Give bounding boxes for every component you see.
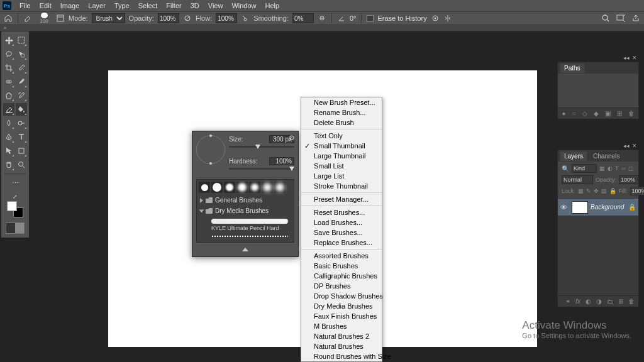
load-selection-icon[interactable]: ◇ [582,110,587,117]
size-slider[interactable] [229,146,294,151]
make-path-icon[interactable]: ◆ [594,110,599,117]
layers-tab[interactable]: Layers [560,151,587,161]
menu-item[interactable]: Natural Brushes [301,341,382,351]
menu-item[interactable]: Rename Brush... [301,107,382,118]
history-brush-tool[interactable] [16,89,27,102]
brush-panel-toggle-icon[interactable] [56,14,65,23]
blur-tool[interactable] [3,117,14,129]
brush-stroke-preview[interactable] [211,234,288,239]
quick-mask[interactable] [6,222,25,234]
smoothing-options-icon[interactable] [318,14,326,23]
edit-toolbar[interactable]: ⋯ [3,177,27,189]
opacity-input[interactable] [158,13,179,23]
menu-view[interactable]: View [204,2,228,9]
type-tool[interactable] [16,131,27,143]
filter-type-icon[interactable]: T [615,165,619,172]
menu-item[interactable]: Small List [301,161,382,171]
menu-item[interactable]: Faux Finish Brushes [301,311,382,321]
channels-tab[interactable]: Channels [593,153,619,160]
menu-item[interactable]: Large Thumbnail [301,151,382,161]
lock-all-icon[interactable]: 🔒 [609,188,616,194]
adjust-icon[interactable]: ◑ [596,298,602,305]
clone-tool[interactable] [3,89,14,102]
brush-thumb[interactable] [274,182,286,193]
filter-adjust-icon[interactable]: ◐ [608,165,613,172]
share-icon[interactable] [631,14,640,23]
opacity-pressure-icon[interactable] [183,14,192,23]
layer-fill[interactable] [630,187,644,195]
eraser-tool[interactable] [3,103,14,116]
menu-item[interactable]: Basic Brushes [301,261,382,271]
brush-thumb[interactable] [199,182,210,193]
menu-window[interactable]: Window [227,2,260,9]
link-icon[interactable]: ⚭ [565,298,570,305]
menu-item[interactable]: Drop Shadow Brushes [301,291,382,301]
stroke-path-icon[interactable]: ○ [572,110,576,117]
menu-item[interactable]: Calligraphic Brushes [301,271,382,281]
menu-item[interactable]: Dry Media Brushes [301,301,382,311]
path-select-tool[interactable] [3,145,14,157]
menu-layer[interactable]: Layer [84,2,110,9]
hand-tool[interactable] [3,158,14,171]
lock-artboard-icon[interactable]: ▤ [601,188,607,194]
fg-color[interactable] [7,201,17,211]
menu-item[interactable]: Preset Manager... [301,194,382,204]
layer-opacity[interactable] [619,175,639,184]
folder-drymedia[interactable]: Dry Media Brushes [199,206,292,216]
fill-path-icon[interactable]: ● [562,110,565,117]
menu-item[interactable]: Delete Brush [301,118,382,128]
trash-icon[interactable]: 🗑 [628,110,635,117]
home-icon[interactable] [4,14,13,23]
brush-thumb[interactable] [262,182,273,193]
brush-angle-preview[interactable] [196,135,225,164]
menu-item[interactable]: Large List [301,171,382,181]
fx-icon[interactable]: fx [575,298,580,305]
dodge-tool[interactable] [16,117,27,129]
menu-item[interactable]: Small Thumbnail✓ [301,141,382,151]
workspace-icon[interactable] [616,14,625,23]
menu-item[interactable]: Assorted Brushes [301,251,382,261]
close-icon[interactable]: ✕ [632,143,637,149]
menu-type[interactable]: Type [110,2,134,9]
menu-item[interactable]: Replace Brushes... [301,238,382,248]
filter-shape-icon[interactable]: ▱ [621,165,626,172]
lock-position-icon[interactable]: ✥ [594,188,599,194]
brush-thumb[interactable] [224,182,235,193]
filter-smart-icon[interactable]: ◫ [628,165,634,172]
trash-icon[interactable]: 🗑 [628,298,635,305]
quick-select-tool[interactable] [16,48,27,60]
flow-input[interactable] [216,13,237,23]
brush-thumb[interactable] [249,182,260,193]
eyedropper-tool[interactable] [16,62,27,74]
angle-icon[interactable] [337,14,346,23]
hardness-slider[interactable] [229,168,294,173]
layer-row[interactable]: 👁 Background 🔒 [558,199,638,216]
paths-tab[interactable]: Paths [560,63,584,73]
menu-help[interactable]: Help [261,2,284,9]
new-path-icon[interactable]: ⊞ [617,110,622,117]
lock-icon[interactable]: 🔒 [628,204,636,211]
resize-grip[interactable] [242,248,248,251]
close-icon[interactable]: ✕ [632,55,637,61]
menu-item[interactable]: Load Brushes... [301,217,382,228]
mask-icon[interactable]: ◐ [586,298,591,305]
mask-icon[interactable]: ▣ [605,110,611,117]
pen-tool[interactable] [3,131,14,143]
gear-icon[interactable]: ⚙ [288,134,296,141]
brush-stroke-preview[interactable] [211,219,288,224]
move-tool[interactable] [3,34,14,47]
lock-transparency-icon[interactable]: ▦ [578,188,584,194]
crop-tool[interactable] [3,62,14,74]
menu-item[interactable]: Stroke Thumbnail [301,181,382,191]
new-layer-icon[interactable]: ⊞ [618,298,623,305]
menu-item[interactable]: Round Brushes with Size [301,351,382,361]
folder-general[interactable]: General Brushes [199,195,292,206]
group-icon[interactable]: 🗀 [607,298,613,305]
brush-thumb[interactable] [211,182,223,193]
hardness-value[interactable]: 100% [269,157,294,165]
visibility-icon[interactable]: 👁 [560,204,569,211]
symmetry-icon[interactable] [443,14,452,23]
spot-heal-tool[interactable] [3,75,14,88]
menu-image[interactable]: Image [56,2,84,9]
brush-tool[interactable] [16,75,27,88]
